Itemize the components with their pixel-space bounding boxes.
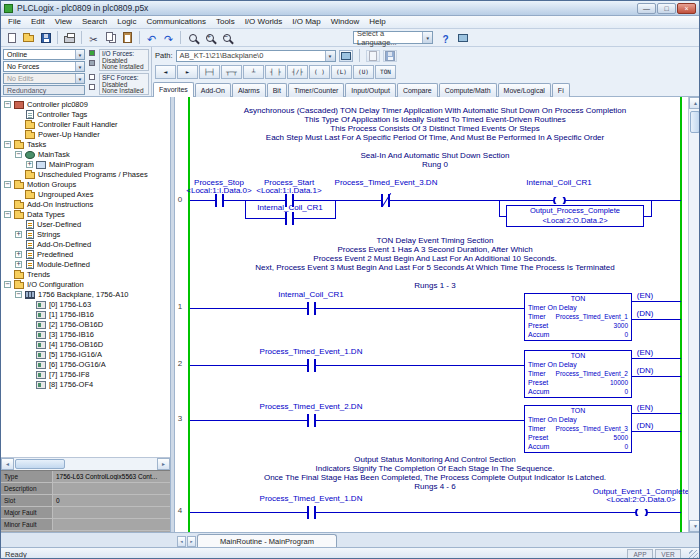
ton-instruction[interactable]: TON Timer On Delay TimerProcess_Timed_Ev… xyxy=(524,405,632,453)
scroll-right-icon[interactable] xyxy=(157,458,170,470)
rung-number[interactable]: 3 xyxy=(175,414,185,423)
tree-item[interactable]: Trends xyxy=(1,269,170,279)
tag-name[interactable]: Process_Timed_Event_1.DN xyxy=(256,348,366,356)
menu-item-file[interactable]: File xyxy=(3,16,26,28)
instruction-tab-input-output[interactable]: Input/Output xyxy=(345,83,396,97)
maximize-button[interactable]: □ xyxy=(657,3,676,14)
who-active-button[interactable] xyxy=(454,30,471,45)
rung-number[interactable]: 2 xyxy=(175,359,185,368)
tree-item[interactable]: −Tasks xyxy=(1,139,170,149)
rung-number[interactable]: 4 xyxy=(175,506,185,515)
rung-comment[interactable]: Asynchronous (Cascaded) TON Delay Timer … xyxy=(191,106,679,142)
xic-contact[interactable] xyxy=(307,506,316,519)
branch-level-button[interactable]: ┴ xyxy=(243,65,264,79)
ton-timer-button[interactable]: TON xyxy=(375,65,396,79)
tree-horizontal-scrollbar[interactable] xyxy=(1,457,170,470)
who-active-button[interactable] xyxy=(339,50,353,62)
tree-item[interactable]: Add-On-Defined xyxy=(1,239,170,249)
ladder-view[interactable]: 0 1 2 3 4 Asynchronous (Cascaded) TON De… xyxy=(175,97,688,532)
output-instruction[interactable]: Output_Process_Complete <Local:2:O.Data.… xyxy=(506,205,644,227)
tree-item[interactable]: +Module-Defined xyxy=(1,259,170,269)
operand-value[interactable]: 5000 xyxy=(614,433,628,442)
tree-expander[interactable]: + xyxy=(15,261,22,268)
instruction-tab-compute-math[interactable]: Compute/Math xyxy=(439,83,497,97)
tree-item[interactable]: +Strings xyxy=(1,229,170,239)
tree-item[interactable]: −Controller plc0809 xyxy=(1,99,170,109)
tree-expander[interactable]: − xyxy=(4,141,11,148)
minimize-button[interactable]: — xyxy=(637,3,656,14)
tree-expander[interactable]: − xyxy=(15,291,22,298)
xic-contact[interactable] xyxy=(307,414,316,427)
forces-status-dropdown[interactable]: No Forces xyxy=(3,61,85,72)
tree-item[interactable]: −I/O Configuration xyxy=(1,279,170,289)
path-combobox[interactable]: AB_KT-1\21\Backplane\0 xyxy=(176,50,336,62)
tag-name[interactable]: Internal_Coil_CR1 xyxy=(519,179,599,187)
tree-item[interactable]: [7] 1756-IF8 xyxy=(1,369,170,379)
chevron-down-icon[interactable] xyxy=(422,32,432,43)
operand-value[interactable]: Process_Timed_Event_1 xyxy=(556,312,628,321)
tree-item[interactable]: Ungrouped Axes xyxy=(1,189,170,199)
instruction-tab-alarms[interactable]: Alarms xyxy=(232,83,266,97)
help-button[interactable] xyxy=(437,30,454,45)
prev-element-button[interactable]: ◄ xyxy=(155,65,176,79)
tag-name[interactable]: Internal_Coil_CR1 xyxy=(250,204,330,212)
paste-button[interactable] xyxy=(119,30,136,45)
otl-coil-button[interactable]: (L) xyxy=(331,65,352,79)
chevron-down-icon[interactable] xyxy=(325,51,335,61)
menu-item-i-o-map[interactable]: I/O Map xyxy=(287,16,325,28)
new-button[interactable] xyxy=(3,30,20,45)
instruction-tab-move-logical[interactable]: Move/Logical xyxy=(498,83,551,97)
rung-comment[interactable]: TON Delay Event Timing Section Process E… xyxy=(191,236,679,272)
tree-item[interactable]: [1] 1756-IB16 xyxy=(1,309,170,319)
zoom-out-button[interactable] xyxy=(218,30,235,45)
rung-comment[interactable]: Seal-In And Automatic Shut Down Section … xyxy=(191,151,679,169)
tree-expander[interactable]: − xyxy=(15,151,22,158)
tree-expander[interactable]: + xyxy=(26,161,33,168)
scrollbar-thumb[interactable] xyxy=(15,459,65,469)
chevron-down-icon[interactable] xyxy=(75,50,84,59)
tree-expander[interactable]: − xyxy=(4,211,11,218)
resize-grip[interactable] xyxy=(689,550,698,559)
routine-tab[interactable]: MainRoutine - MainProgram xyxy=(197,534,337,548)
instruction-tab-fi[interactable]: Fi xyxy=(552,83,570,97)
instruction-tab-timer-counter[interactable]: Timer/Counter xyxy=(288,83,344,97)
menu-item-logic[interactable]: Logic xyxy=(112,16,141,28)
xio-contact[interactable] xyxy=(381,194,390,207)
instruction-tab-favorites[interactable]: Favorites xyxy=(153,82,194,97)
menu-item-edit[interactable]: Edit xyxy=(26,16,50,28)
tree-item[interactable]: Add-On Instructions xyxy=(1,199,170,209)
operand-value[interactable]: 0 xyxy=(624,442,628,451)
xio-contact-button[interactable]: ┤/├ xyxy=(287,65,308,79)
tag-name[interactable]: Process_Timed_Event_3.DN xyxy=(321,179,451,187)
ote-coil-button[interactable]: ( ) xyxy=(309,65,330,79)
operand-value[interactable]: Process_Timed_Event_3 xyxy=(556,424,628,433)
redo-button[interactable] xyxy=(160,30,177,45)
tree-item[interactable]: Power-Up Handler xyxy=(1,129,170,139)
tree-expander[interactable]: − xyxy=(4,181,11,188)
menu-item-window[interactable]: Window xyxy=(326,16,364,28)
rung-comment[interactable]: Rungs 1 - 3 xyxy=(191,281,679,290)
tree-item[interactable]: [2] 1756-OB16D xyxy=(1,319,170,329)
ton-instruction[interactable]: TON Timer On Delay TimerProcess_Timed_Ev… xyxy=(524,293,632,341)
chevron-down-icon[interactable] xyxy=(75,74,84,83)
tree-item[interactable]: [3] 1756-IB16 xyxy=(1,329,170,339)
tree-item[interactable]: Controller Tags xyxy=(1,109,170,119)
tree-item[interactable]: [4] 1756-OB16D xyxy=(1,339,170,349)
operand-value[interactable]: 0 xyxy=(624,387,628,396)
save-button[interactable] xyxy=(37,30,54,45)
upload-button[interactable] xyxy=(366,50,380,62)
menu-item-communications[interactable]: Communications xyxy=(141,16,211,28)
ton-instruction[interactable]: TON Timer On Delay TimerProcess_Timed_Ev… xyxy=(524,350,632,398)
menu-item-help[interactable]: Help xyxy=(364,16,390,28)
tree-expander[interactable]: − xyxy=(4,101,11,108)
tree-item[interactable]: +Predefined xyxy=(1,249,170,259)
tree-item[interactable]: [5] 1756-IG16/A xyxy=(1,349,170,359)
chevron-down-icon[interactable] xyxy=(75,62,84,71)
tab-scroll-left-icon[interactable] xyxy=(177,536,186,547)
scroll-down-icon[interactable] xyxy=(689,520,700,532)
open-button[interactable] xyxy=(20,30,37,45)
tree-item[interactable]: −1756 Backplane, 1756-A10 xyxy=(1,289,170,299)
download-button[interactable] xyxy=(383,50,397,62)
operand-value[interactable]: 3000 xyxy=(614,321,628,330)
rung-number[interactable]: 1 xyxy=(175,302,185,311)
